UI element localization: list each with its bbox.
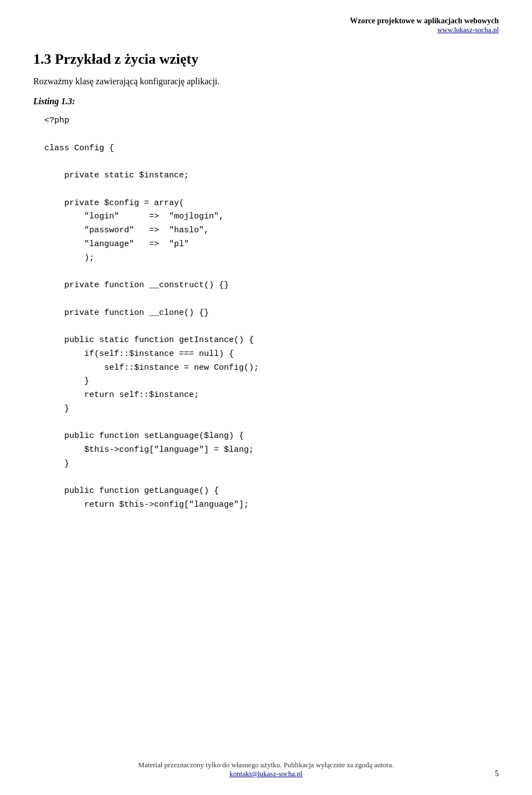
page-footer: Materiał przeznaczony tylko do własnego … [0, 761, 532, 778]
intro-text: Rozważmy klasę zawierającą konfigurację … [33, 77, 499, 86]
code-block: <?php class Config { private static $ins… [44, 114, 499, 512]
section-title: 1.3 Przykład z życia wzięty [33, 51, 499, 68]
site-url: www.lukasz-socha.pl [33, 26, 499, 34]
footer-email[interactable]: kontakt@lukasz-socha.pl [229, 769, 302, 778]
listing-label: Listing 1.3: [33, 96, 499, 106]
page-header: Wzorce projektowe w aplikacjach webowych… [33, 17, 499, 34]
page-container: Wzorce projektowe w aplikacjach webowych… [0, 0, 532, 795]
site-title: Wzorce projektowe w aplikacjach webowych [33, 17, 499, 26]
footer-text: Materiał przeznaczony tylko do własnego … [138, 761, 393, 769]
page-number: 5 [495, 769, 499, 778]
